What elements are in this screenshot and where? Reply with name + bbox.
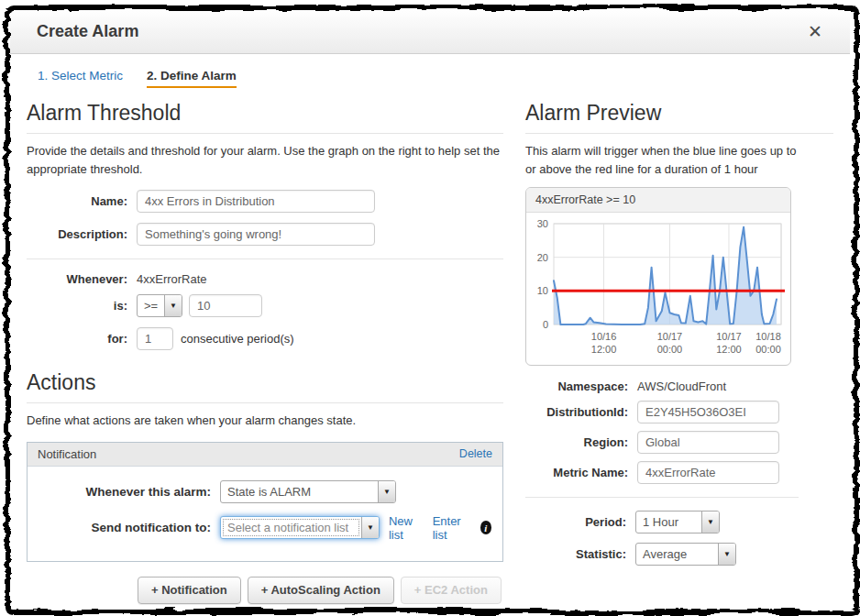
divider xyxy=(27,258,503,259)
actions-description: Define what actions are taken when your … xyxy=(27,412,503,430)
dialog-title: Create Alarm xyxy=(37,22,138,41)
namespace-label: Namespace: xyxy=(525,380,637,393)
namespace-value: AWS/CloudFront xyxy=(637,380,726,393)
alarm-preview-chart-panel: 4xxErrorRate >= 10 010203010/1612:0010/1… xyxy=(525,187,791,366)
chevron-down-icon: ▼ xyxy=(361,517,379,538)
svg-text:10/18: 10/18 xyxy=(755,331,781,342)
tab-define-alarm[interactable]: 2. Define Alarm xyxy=(147,69,237,88)
name-input[interactable] xyxy=(137,190,375,213)
svg-text:12:00: 12:00 xyxy=(716,344,742,355)
distributionid-label: DistributionId: xyxy=(525,405,637,419)
whenever-metric-value: 4xxErrorRate xyxy=(137,272,207,286)
name-label: Name: xyxy=(27,194,137,208)
svg-text:10/17: 10/17 xyxy=(716,331,742,342)
notification-panel-title: Notification xyxy=(38,447,96,461)
add-autoscaling-action-button[interactable]: + AutoScaling Action xyxy=(248,577,394,604)
metric-name-label: Metric Name: xyxy=(525,466,637,479)
svg-text:10/16: 10/16 xyxy=(591,331,617,342)
for-label: for: xyxy=(27,332,137,346)
chevron-down-icon: ▼ xyxy=(164,295,182,316)
svg-text:0: 0 xyxy=(543,319,548,330)
add-ec2-action-button: + EC2 Action xyxy=(401,577,502,604)
operator-value: >= xyxy=(138,295,164,316)
notification-list-value: Select a notification list xyxy=(221,517,361,538)
delete-link[interactable]: Delete xyxy=(459,447,492,460)
actions-heading: Actions xyxy=(27,370,503,403)
description-label: Description: xyxy=(27,227,137,241)
period-value: 1 Hour xyxy=(636,512,701,533)
statistic-value: Average xyxy=(636,544,718,565)
description-input[interactable] xyxy=(137,223,375,246)
periods-suffix: consecutive period(s) xyxy=(181,332,294,346)
region-input[interactable] xyxy=(637,431,779,454)
period-label: Period: xyxy=(525,515,635,529)
enter-list-link[interactable]: Enter list xyxy=(433,514,471,542)
periods-input[interactable] xyxy=(137,327,173,350)
action-buttons-row: + Notification + AutoScaling Action + EC… xyxy=(138,577,503,604)
region-label: Region: xyxy=(525,435,637,449)
notification-list-select[interactable]: Select a notification list ▼ xyxy=(220,516,380,539)
new-list-link[interactable]: New list xyxy=(389,514,424,542)
alarm-preview-heading: Alarm Preview xyxy=(525,101,833,134)
alarm-threshold-heading: Alarm Threshold xyxy=(27,101,503,134)
svg-text:00:00: 00:00 xyxy=(755,344,781,355)
whenever-alarm-label: Whenever this alarm: xyxy=(39,485,220,499)
alarm-state-select[interactable]: State is ALARM ▼ xyxy=(220,480,396,503)
svg-text:20: 20 xyxy=(537,252,548,263)
distributionid-input[interactable] xyxy=(637,401,779,424)
tab-select-metric[interactable]: 1. Select Metric xyxy=(38,69,123,88)
svg-text:30: 30 xyxy=(537,218,548,229)
threshold-value-input[interactable] xyxy=(189,294,262,317)
alarm-chart-svg: 010203010/1612:0010/1700:0010/1712:0010/… xyxy=(526,213,790,365)
is-label: is: xyxy=(27,299,137,313)
info-icon[interactable]: i xyxy=(480,521,491,534)
close-icon[interactable]: ✕ xyxy=(808,23,822,40)
operator-select[interactable]: >= ▼ xyxy=(137,294,182,317)
chevron-down-icon: ▼ xyxy=(378,481,395,502)
metric-name-input[interactable] xyxy=(637,461,779,484)
svg-text:00:00: 00:00 xyxy=(657,344,683,355)
svg-text:10/17: 10/17 xyxy=(657,331,683,342)
statistic-label: Statistic: xyxy=(525,547,635,561)
chevron-down-icon: ▼ xyxy=(718,544,735,565)
alarm-state-value: State is ALARM xyxy=(221,481,378,502)
step-tabs: 1. Select Metric 2. Define Alarm xyxy=(38,69,833,88)
period-select[interactable]: 1 Hour ▼ xyxy=(635,511,720,534)
threshold-description: Provide the details and threshold for yo… xyxy=(27,142,503,178)
chevron-down-icon: ▼ xyxy=(701,512,719,533)
statistic-select[interactable]: Average ▼ xyxy=(635,543,736,566)
svg-text:12:00: 12:00 xyxy=(591,344,617,355)
create-alarm-dialog: Create Alarm ✕ 1. Select Metric 2. Defin… xyxy=(0,0,860,616)
send-notification-label: Send notification to: xyxy=(39,521,220,534)
notification-panel: Notification Delete Whenever this alarm:… xyxy=(27,442,503,562)
svg-text:10: 10 xyxy=(537,285,548,296)
chart-title: 4xxErrorRate >= 10 xyxy=(526,188,790,213)
divider xyxy=(525,497,799,498)
whenever-label: Whenever: xyxy=(27,272,137,286)
add-notification-button[interactable]: + Notification xyxy=(138,577,241,604)
preview-description: This alarm will trigger when the blue li… xyxy=(525,142,800,178)
dialog-titlebar: Create Alarm ✕ xyxy=(10,9,850,54)
